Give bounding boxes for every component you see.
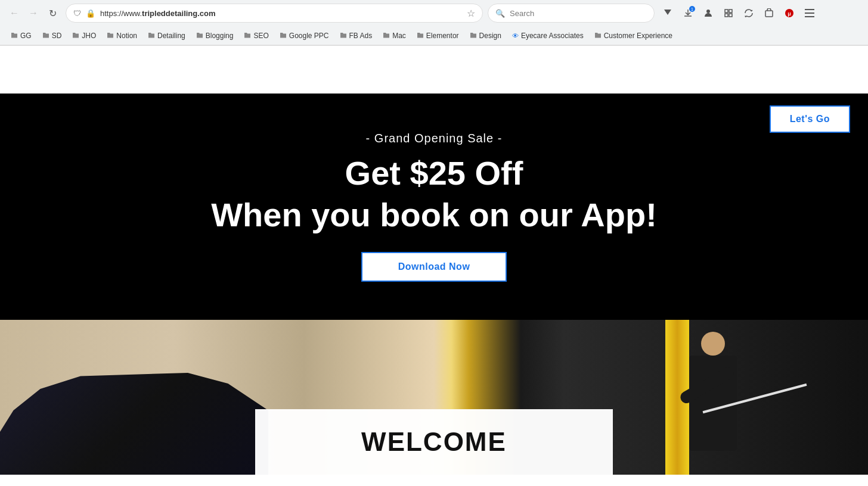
bookmark-notion[interactable]: Notion bbox=[102, 30, 142, 42]
url-text: https://www.tripleddetailing.com bbox=[100, 9, 462, 18]
browser-toolbar: ← → ↻ 🛡 🔒 https://www.tripleddetailing.c… bbox=[0, 0, 868, 26]
nav-buttons: ← → ↻ bbox=[6, 5, 61, 21]
bookmark-label: Eyecare Associates bbox=[521, 32, 584, 40]
back-button[interactable]: ← bbox=[6, 5, 23, 21]
download-now-button[interactable]: Download Now bbox=[361, 252, 507, 282]
bookmark-star-button[interactable]: ☆ bbox=[467, 8, 475, 19]
photo-section: WELCOME bbox=[0, 320, 868, 475]
bookmark-design[interactable]: Design bbox=[465, 30, 506, 42]
search-bar[interactable]: 🔍 Search bbox=[488, 4, 655, 23]
hero-subtitle: - Grand Opening Sale - bbox=[366, 132, 503, 145]
bookmark-eyecare[interactable]: 👁 Eyecare Associates bbox=[507, 30, 588, 42]
bookmarks-bar: GG SD JHO Notion Detailing bbox=[0, 26, 868, 45]
bookmark-label: Customer Experience bbox=[604, 32, 672, 40]
bookmark-detailing[interactable]: Detailing bbox=[143, 30, 190, 42]
svg-rect-8 bbox=[805, 9, 814, 10]
lets-go-button[interactable]: Let's Go bbox=[770, 105, 850, 133]
hero-title-main: Get $25 Off bbox=[345, 155, 523, 192]
search-label: Search bbox=[510, 9, 534, 18]
bookmark-blogging[interactable]: Blogging bbox=[191, 30, 238, 42]
bookmark-folder-icon bbox=[72, 32, 79, 40]
bookmark-folder-icon bbox=[107, 32, 114, 40]
bookmark-folder-icon bbox=[42, 32, 49, 40]
profile-button[interactable] bbox=[700, 5, 717, 21]
toolbar-right: 1 μ bbox=[659, 5, 818, 21]
site-navbar-area bbox=[0, 46, 868, 94]
bookmark-folder-icon bbox=[148, 32, 155, 40]
bookmark-label: Design bbox=[479, 32, 501, 40]
bookmark-label: Elementor bbox=[426, 32, 459, 40]
pocket-button[interactable] bbox=[659, 5, 676, 21]
bookmark-label: SD bbox=[52, 32, 62, 40]
svg-rect-2 bbox=[729, 10, 732, 13]
security-icon: 🛡 bbox=[73, 9, 81, 18]
bookmark-folder-icon bbox=[470, 32, 477, 40]
bookmark-gg[interactable]: GG bbox=[6, 30, 36, 42]
sync-button[interactable] bbox=[740, 5, 757, 21]
svg-rect-1 bbox=[725, 10, 728, 13]
photo-background: WELCOME bbox=[0, 320, 868, 475]
bookmark-customer-experience[interactable]: Customer Experience bbox=[590, 30, 677, 42]
bookmark-label: Detailing bbox=[157, 32, 185, 40]
svg-point-0 bbox=[706, 10, 710, 13]
menu-button[interactable] bbox=[801, 5, 818, 21]
svg-rect-3 bbox=[725, 14, 728, 17]
car-image bbox=[0, 367, 268, 475]
bookmark-label: GG bbox=[20, 32, 32, 40]
bookmark-label: Mac bbox=[392, 32, 406, 40]
svg-rect-10 bbox=[805, 16, 814, 17]
bookmark-folder-icon bbox=[244, 32, 251, 40]
ublock-button[interactable]: μ bbox=[781, 5, 798, 21]
share-button[interactable] bbox=[761, 5, 777, 21]
hero-section: Let's Go - Grand Opening Sale - Get $25 … bbox=[0, 94, 868, 320]
reload-button[interactable]: ↻ bbox=[44, 5, 61, 21]
extensions-button[interactable] bbox=[720, 5, 737, 21]
bookmark-fb-ads[interactable]: FB Ads bbox=[335, 30, 377, 42]
bookmark-label: Notion bbox=[116, 32, 137, 40]
welcome-title: WELCOME bbox=[279, 427, 589, 457]
forward-button[interactable]: → bbox=[25, 5, 42, 21]
bookmark-label: FB Ads bbox=[349, 32, 373, 40]
person-figure bbox=[677, 332, 749, 469]
bookmark-folder-icon bbox=[417, 32, 424, 40]
person-head bbox=[701, 332, 725, 356]
download-badge: 1 bbox=[689, 6, 695, 12]
hero-title-sub: When you book on our App! bbox=[211, 197, 657, 233]
bookmark-jho[interactable]: JHO bbox=[67, 30, 101, 42]
welcome-card: WELCOME bbox=[255, 409, 613, 475]
download-button[interactable]: 1 bbox=[680, 5, 696, 21]
bookmark-sd[interactable]: SD bbox=[38, 30, 67, 42]
search-icon: 🔍 bbox=[495, 9, 505, 18]
svg-rect-9 bbox=[805, 13, 814, 14]
bookmark-google-ppc[interactable]: Google PPC bbox=[275, 30, 334, 42]
lock-icon: 🔒 bbox=[86, 9, 95, 18]
bookmark-folder-icon bbox=[280, 32, 287, 40]
bookmark-folder-icon bbox=[340, 32, 347, 40]
svg-rect-4 bbox=[729, 14, 732, 17]
bookmark-label: Google PPC bbox=[289, 32, 329, 40]
bookmark-seo[interactable]: SEO bbox=[239, 30, 273, 42]
eyecare-icon: 👁 bbox=[512, 32, 519, 39]
bookmark-label: Blogging bbox=[206, 32, 234, 40]
bookmark-elementor[interactable]: Elementor bbox=[412, 30, 464, 42]
address-bar[interactable]: 🛡 🔒 https://www.tripleddetailing.com ☆ bbox=[66, 4, 483, 23]
svg-text:μ: μ bbox=[788, 11, 791, 17]
bookmark-mac[interactable]: Mac bbox=[378, 30, 411, 42]
bookmark-folder-icon bbox=[383, 32, 390, 40]
bookmark-folder-icon bbox=[594, 32, 602, 40]
svg-rect-5 bbox=[765, 11, 773, 17]
bookmark-folder-icon bbox=[196, 32, 203, 40]
bookmark-folder-icon bbox=[11, 32, 18, 40]
bookmark-label: JHO bbox=[82, 32, 96, 40]
bookmark-label: SEO bbox=[253, 32, 268, 40]
browser-chrome: ← → ↻ 🛡 🔒 https://www.tripleddetailing.c… bbox=[0, 0, 868, 46]
